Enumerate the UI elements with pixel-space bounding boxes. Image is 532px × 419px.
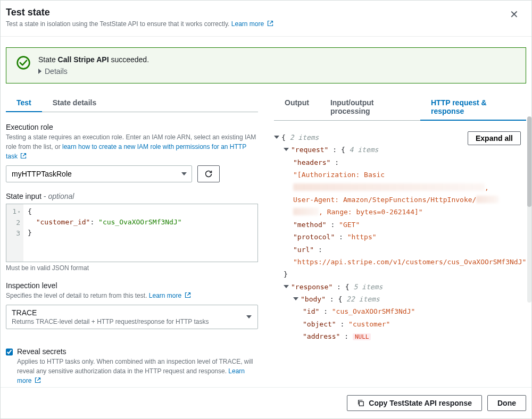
success-icon	[16, 55, 31, 70]
state-input-editor[interactable]: 1▾ 2 3 { "customer_id": "cus_OvaXOOrSMf3…	[6, 204, 258, 262]
editor-body[interactable]: { "customer_id": "cus_OvaXOOrSMf3NdJ" }	[23, 204, 257, 262]
close-button[interactable]: ✕	[508, 7, 521, 22]
tab-test[interactable]: Test	[6, 94, 42, 112]
scrollbar-thumb[interactable]	[527, 116, 531, 207]
json-protocol: "protocol" : "https"	[274, 231, 526, 243]
inspection-level-section: Inspection level Specifies the level of …	[6, 281, 258, 329]
json-request[interactable]: "request" : { 4 items	[274, 144, 526, 156]
reveal-secrets-label: Reveal secrets	[17, 347, 258, 356]
json-format-hint: Must be in valid JSON format	[6, 264, 258, 272]
svg-point-0	[18, 57, 30, 69]
right-tabs: Output Input/output processing HTTP requ…	[274, 94, 526, 121]
json-response[interactable]: "response" : { 5 items	[274, 281, 526, 293]
external-link-icon	[185, 292, 191, 298]
inspection-level-label: Inspection level	[6, 281, 258, 290]
caret-down-icon	[284, 285, 289, 288]
inspection-level-select[interactable]: TRACE Returns TRACE-level detail + HTTP …	[6, 305, 258, 329]
execution-role-label: Execution role	[6, 123, 258, 131]
expand-all-button[interactable]: Expand all	[468, 131, 521, 145]
svg-rect-1	[360, 401, 364, 406]
execution-role-select[interactable]	[6, 165, 192, 182]
inspection-level-help: Specifies the level of detail to return …	[6, 291, 258, 300]
json-url-key: "url" :	[274, 244, 526, 256]
modal-title: Test state	[6, 7, 273, 18]
reveal-secrets-row: Reveal secrets Applies to HTTP tasks onl…	[6, 347, 258, 386]
external-link-icon	[20, 153, 27, 159]
alert-message: State Call Stripe API succeeded.	[38, 55, 516, 64]
json-body[interactable]: "body" : { 22 items	[274, 293, 526, 305]
tab-state-details[interactable]: State details	[42, 94, 107, 112]
caret-down-icon	[293, 297, 298, 300]
inspection-learn-more-link[interactable]: Learn more	[149, 292, 191, 299]
state-input-label: State input - optional	[6, 192, 258, 200]
reveal-secrets-checkbox[interactable]	[6, 348, 13, 356]
copy-icon	[357, 399, 364, 407]
editor-gutter: 1▾ 2 3	[6, 204, 23, 262]
tab-http[interactable]: HTTP request & response	[420, 94, 526, 121]
json-method: "method" : "GET"	[274, 219, 526, 231]
json-address: "address" : NULL	[274, 330, 526, 342]
modal-footer: Copy TestState API response Done	[1, 387, 531, 418]
json-headers-key: "headers" :	[274, 156, 526, 169]
success-alert: State Call Stripe API succeeded. Details	[6, 47, 526, 83]
refresh-icon	[204, 170, 213, 178]
left-tabs: Test State details	[6, 94, 258, 112]
modal-subtitle: Test a state in isolation using the Test…	[6, 20, 273, 28]
execution-role-section: Execution role Testing a state requires …	[6, 123, 258, 182]
learn-more-link[interactable]: Learn more	[231, 20, 273, 28]
execution-role-help: Testing a state requires an execution ro…	[6, 132, 258, 161]
json-viewer: Expand all { 2 items "request" : { 4 ite…	[274, 131, 526, 381]
refresh-roles-button[interactable]	[197, 165, 220, 182]
caret-down-icon	[274, 136, 279, 139]
alert-details-toggle[interactable]: Details	[38, 67, 68, 76]
external-link-icon	[267, 20, 273, 27]
tab-output[interactable]: Output	[274, 94, 320, 121]
json-url-val: "https://api.stripe.com/v1/customers/cus…	[274, 256, 526, 268]
copy-response-button[interactable]: Copy TestState API response	[347, 395, 482, 411]
json-headers-val: "[Authorization: Basic	[274, 169, 526, 181]
scrollbar[interactable]	[527, 116, 531, 303]
caret-down-icon	[284, 148, 289, 151]
done-button[interactable]: Done	[487, 395, 526, 411]
json-object: "object" : "customer"	[274, 318, 526, 330]
modal-header: Test state Test a state in isolation usi…	[1, 1, 531, 37]
json-id: "id" : "cus_OvaXOOrSMf3NdJ"	[274, 305, 526, 317]
test-state-modal: Test state Test a state in isolation usi…	[0, 0, 532, 419]
external-link-icon	[35, 377, 41, 383]
state-input-section: State input - optional 1▾ 2 3 { "custome…	[6, 192, 258, 272]
caret-right-icon	[38, 69, 41, 74]
reveal-secrets-help: Applies to HTTP tasks only. When combine…	[17, 357, 258, 386]
tab-io-processing[interactable]: Input/output processing	[320, 94, 420, 121]
